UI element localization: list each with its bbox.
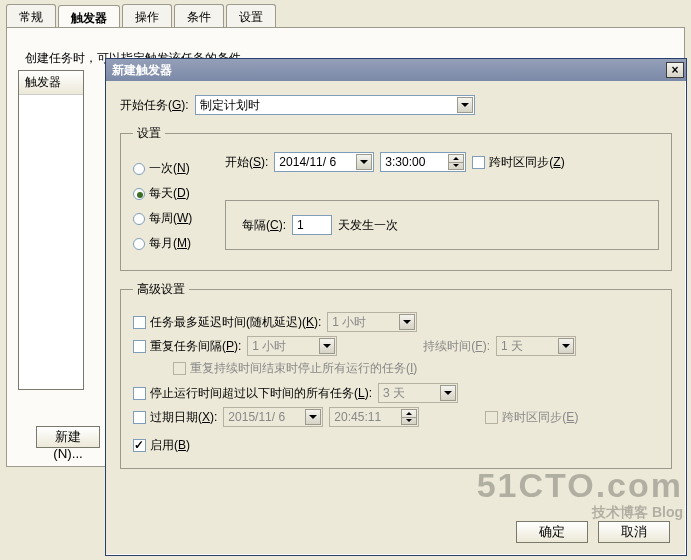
radio-monthly[interactable]: 每月(M) [133,235,205,252]
start-date-value: 2014/11/ 6 [279,155,336,169]
repeat-value: 1 小时 [252,338,286,355]
triggers-list[interactable]: 触发器 [18,70,84,390]
chevron-down-icon[interactable] [457,97,473,113]
spinner-icon[interactable] [448,154,464,170]
delay-checkbox[interactable]: 任务最多延迟时间(随机延迟)(K): [133,314,321,331]
sync-tz2-checkbox: 跨时区同步(E) [485,409,578,426]
duration-value: 1 天 [501,338,523,355]
dialog-footer: 确定 取消 [106,511,686,555]
radio-weekly[interactable]: 每周(W) [133,210,205,227]
repeat-checkbox[interactable]: 重复任务间隔(P): [133,338,241,355]
new-trigger-button[interactable]: 新建(N)... [36,426,100,448]
chevron-down-icon[interactable] [356,154,372,170]
stop-after-select: 3 天 [378,383,458,403]
interval-value: 1 [297,218,304,232]
start-time-picker[interactable]: 3:30:00 [380,152,466,172]
expire-date-value: 2015/11/ 6 [228,410,285,424]
chevron-down-icon [558,338,574,354]
chevron-down-icon [399,314,415,330]
enable-checkbox[interactable]: 启用(B) [133,437,190,454]
begin-task-select[interactable]: 制定计划时 [195,95,475,115]
settings-group: 设置 一次(N) 每天(D) 每周(W) 每月(M) 开始(S): 2014/1… [120,125,672,271]
duration-select: 1 天 [496,336,576,356]
interval-box: 每隔(C): 1 天发生一次 [225,200,659,250]
triggers-list-header: 触发器 [19,71,83,95]
chevron-down-icon [319,338,335,354]
spinner-icon [401,409,417,425]
frequency-radios: 一次(N) 每天(D) 每周(W) 每月(M) [133,152,205,260]
delay-value: 1 小时 [332,314,366,331]
radio-daily[interactable]: 每天(D) [133,185,205,202]
begin-task-value: 制定计划时 [200,97,260,114]
radio-once[interactable]: 一次(N) [133,160,205,177]
start-date-picker[interactable]: 2014/11/ 6 [274,152,374,172]
chevron-down-icon [305,409,321,425]
start-time-value: 3:30:00 [385,155,425,169]
stop-all-checkbox: 重复持续时间结束时停止所有运行的任务(I) [173,360,417,377]
cancel-button[interactable]: 取消 [598,521,670,543]
expire-time-picker: 20:45:11 [329,407,419,427]
stop-after-checkbox[interactable]: 停止运行时间超过以下时间的所有任务(L): [133,385,372,402]
titlebar: 新建触发器 × [106,59,686,81]
repeat-select: 1 小时 [247,336,337,356]
begin-task-label: 开始任务(G): [120,97,189,114]
sync-tz-checkbox[interactable]: 跨时区同步(Z) [472,154,564,171]
settings-legend: 设置 [133,125,165,142]
advanced-legend: 高级设置 [133,281,189,298]
delay-select: 1 小时 [327,312,417,332]
close-icon[interactable]: × [666,62,684,78]
interval-suffix: 天发生一次 [338,217,398,234]
expire-checkbox[interactable]: 过期日期(X): [133,409,217,426]
dialog-title: 新建触发器 [112,62,172,79]
advanced-group: 高级设置 任务最多延迟时间(随机延迟)(K): 1 小时 重复任务间隔(P): … [120,281,672,469]
start-label: 开始(S): [225,154,268,171]
expire-time-value: 20:45:11 [334,410,381,424]
expire-date-picker: 2015/11/ 6 [223,407,323,427]
ok-button[interactable]: 确定 [516,521,588,543]
stop-after-value: 3 天 [383,385,405,402]
interval-label: 每隔(C): [242,217,286,234]
duration-label: 持续时间(F): [423,338,490,355]
chevron-down-icon [440,385,456,401]
interval-input[interactable]: 1 [292,215,332,235]
new-trigger-dialog: 新建触发器 × 开始任务(G): 制定计划时 设置 一次(N) 每天(D) 每周… [105,58,687,556]
